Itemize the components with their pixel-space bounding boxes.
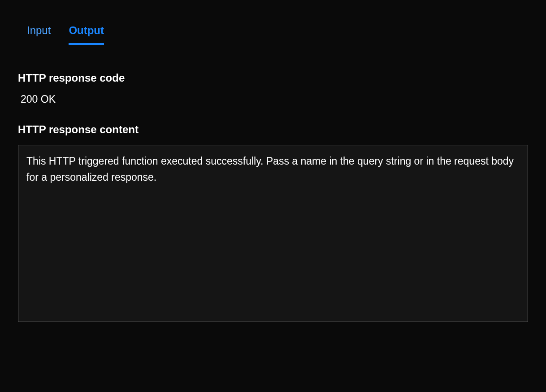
tab-input[interactable]: Input: [27, 18, 51, 45]
response-content-section: HTTP response content This HTTP triggere…: [18, 123, 528, 322]
response-code-label: HTTP response code: [18, 72, 528, 84]
response-content-label: HTTP response content: [18, 123, 528, 136]
response-content-body[interactable]: This HTTP triggered function executed su…: [18, 145, 528, 322]
tab-output[interactable]: Output: [69, 18, 104, 45]
response-code-section: HTTP response code 200 OK: [18, 72, 528, 105]
response-code-value: 200 OK: [18, 93, 528, 105]
tabs-container: Input Output: [18, 18, 528, 45]
